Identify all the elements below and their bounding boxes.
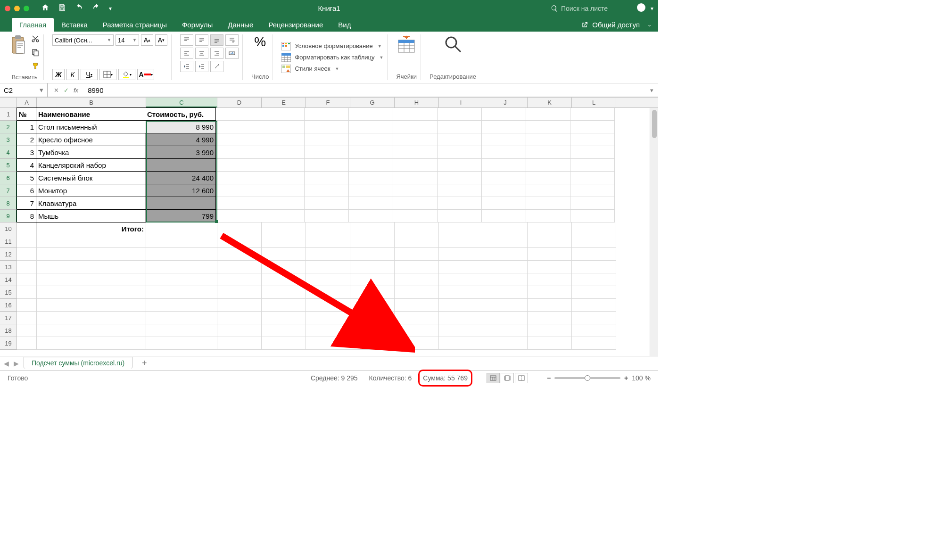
conditional-formatting-button[interactable]: Условное форматирование▼: [281, 42, 383, 50]
tab-home[interactable]: Главная: [12, 18, 54, 32]
cell[interactable]: [528, 299, 572, 312]
borders-button[interactable]: ▾: [99, 69, 116, 80]
cell[interactable]: [17, 337, 37, 350]
cell[interactable]: 8: [17, 209, 36, 222]
cell[interactable]: [528, 261, 572, 273]
cell[interactable]: [482, 108, 526, 121]
align-bottom-button[interactable]: [210, 34, 223, 46]
cell[interactable]: [349, 184, 393, 197]
cell[interactable]: [216, 184, 260, 197]
cell[interactable]: [395, 273, 439, 286]
align-right-button[interactable]: [210, 48, 223, 59]
cell[interactable]: [570, 159, 615, 172]
undo-icon[interactable]: [75, 3, 83, 13]
cell[interactable]: [350, 261, 395, 273]
cell[interactable]: [262, 286, 306, 299]
zoom-out-button[interactable]: −: [547, 374, 551, 382]
cell[interactable]: [350, 286, 395, 299]
select-all-corner[interactable]: [0, 98, 17, 107]
cell[interactable]: [570, 133, 615, 146]
cell[interactable]: [146, 337, 217, 350]
name-box[interactable]: C2 ▾: [0, 83, 48, 97]
copy-icon[interactable]: [31, 48, 40, 58]
cell[interactable]: [439, 312, 483, 324]
row-header[interactable]: 6: [0, 172, 17, 184]
cell[interactable]: [438, 146, 482, 159]
cell[interactable]: [438, 159, 482, 172]
row-header[interactable]: 10: [0, 222, 17, 235]
row-header[interactable]: 13: [0, 261, 17, 273]
cell[interactable]: [572, 286, 616, 299]
ribbon-expand-icon[interactable]: ▾: [651, 5, 653, 12]
row-header[interactable]: 2: [0, 121, 17, 133]
cell[interactable]: [17, 235, 37, 248]
cell[interactable]: [439, 235, 483, 248]
cell[interactable]: [570, 197, 615, 210]
cell[interactable]: [217, 299, 262, 312]
cells-button[interactable]: [396, 34, 416, 56]
cell[interactable]: [482, 159, 526, 172]
cell[interactable]: [146, 235, 217, 248]
number-format-icon[interactable]: %: [254, 34, 266, 49]
cell[interactable]: Монитор: [36, 184, 145, 197]
cell[interactable]: [146, 261, 217, 273]
increase-indent-button[interactable]: [195, 61, 208, 72]
cell[interactable]: [438, 172, 482, 184]
underline-button[interactable]: Ч ▾: [81, 69, 98, 80]
cell[interactable]: [146, 312, 217, 324]
cell[interactable]: [439, 337, 483, 350]
cell[interactable]: [262, 248, 306, 261]
cell[interactable]: [572, 235, 616, 248]
cell[interactable]: [349, 210, 393, 222]
row-header[interactable]: 11: [0, 235, 17, 248]
row-header[interactable]: 14: [0, 273, 17, 286]
italic-button[interactable]: К: [66, 69, 79, 80]
cell[interactable]: [262, 337, 306, 350]
cell[interactable]: [262, 273, 306, 286]
page-break-view-button[interactable]: [515, 373, 528, 383]
cell[interactable]: [216, 146, 260, 159]
cell[interactable]: [393, 146, 438, 159]
cell[interactable]: [217, 222, 262, 235]
cell[interactable]: [395, 337, 439, 350]
cell[interactable]: [262, 222, 306, 235]
zoom-in-button[interactable]: +: [624, 374, 628, 382]
zoom-slider[interactable]: [554, 377, 620, 379]
cell[interactable]: [350, 273, 395, 286]
redo-icon[interactable]: [92, 3, 100, 13]
cell[interactable]: [393, 159, 438, 172]
cell[interactable]: [572, 273, 616, 286]
cell[interactable]: [37, 273, 146, 286]
page-layout-view-button[interactable]: [501, 373, 514, 383]
cell[interactable]: [483, 222, 528, 235]
cell[interactable]: [483, 235, 528, 248]
find-button[interactable]: [443, 34, 463, 56]
cell[interactable]: [217, 286, 262, 299]
cell[interactable]: [572, 299, 616, 312]
cell[interactable]: [306, 248, 350, 261]
decrease-indent-button[interactable]: [180, 61, 193, 72]
cell[interactable]: [305, 210, 349, 222]
cell[interactable]: [216, 121, 260, 133]
cell[interactable]: Кресло офисное: [36, 133, 145, 146]
cell[interactable]: [482, 197, 526, 210]
cell[interactable]: [438, 184, 482, 197]
cell[interactable]: [572, 222, 616, 235]
cell[interactable]: [17, 222, 37, 235]
cell[interactable]: [439, 222, 483, 235]
cell[interactable]: [260, 146, 305, 159]
cell[interactable]: [438, 133, 482, 146]
cell[interactable]: [483, 261, 528, 273]
customize-qat-icon[interactable]: ▾: [109, 5, 112, 12]
cell[interactable]: [572, 312, 616, 324]
col-header-H[interactable]: H: [395, 98, 439, 107]
row-header[interactable]: 4: [0, 146, 17, 159]
cell[interactable]: [216, 159, 260, 172]
cell[interactable]: [572, 324, 616, 337]
cell[interactable]: [526, 108, 570, 121]
col-header-A[interactable]: A: [17, 98, 37, 107]
col-header-G[interactable]: G: [350, 98, 395, 107]
cell[interactable]: [306, 337, 350, 350]
cell[interactable]: [305, 121, 349, 133]
orientation-button[interactable]: [210, 61, 223, 72]
